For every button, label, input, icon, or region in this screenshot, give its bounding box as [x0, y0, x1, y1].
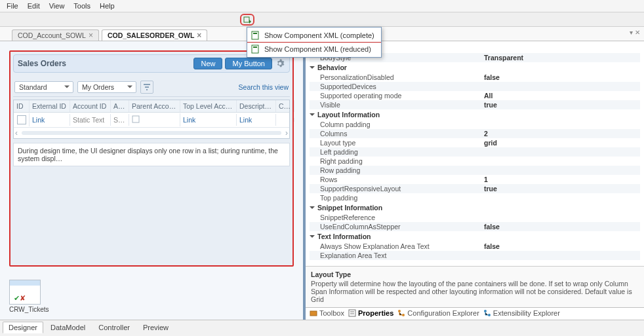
tab-designer[interactable]: Designer	[3, 322, 43, 333]
toolbar-dropdown-menu: Show Component XML (complete) Show Compo…	[247, 27, 382, 58]
help-title: Layout Type	[311, 271, 639, 278]
prop-row[interactable]: Supported operating modeAll	[310, 91, 640, 100]
filter-row: Standard My Orders Search this view	[13, 78, 290, 97]
xml-file-icon	[251, 31, 260, 40]
doc-tab-account-sowl[interactable]: COD_Account_SOWL ×	[12, 29, 99, 41]
toolbar-xml-dropdown-button[interactable]	[240, 14, 254, 26]
svg-point-11	[488, 314, 491, 316]
menu-file[interactable]: File	[7, 2, 18, 10]
tab-toolbox[interactable]: Toolbox	[310, 309, 344, 317]
prop-group-behavior[interactable]: Behavior	[310, 62, 640, 73]
prop-group-snippet[interactable]: Snippet Information	[310, 202, 640, 213]
col-can[interactable]: Can…	[276, 100, 294, 112]
tab-extensibility-explorer[interactable]: Extensibility Explorer	[483, 309, 560, 317]
tree-icon	[483, 309, 491, 317]
cell-externalid[interactable]: Link	[30, 114, 70, 126]
search-this-view-link[interactable]: Search this view	[239, 83, 289, 91]
col-accountid[interactable]: Account ID	[70, 100, 111, 112]
col-externalid[interactable]: External ID	[30, 100, 70, 112]
xml-file-icon	[251, 45, 260, 54]
menu-item-label: Show Component XML (complete)	[264, 31, 374, 39]
svg-rect-0	[244, 17, 249, 22]
properties-icon	[348, 309, 356, 317]
svg-rect-4	[253, 47, 257, 48]
menu-item-show-xml-reduced[interactable]: Show Component XML (reduced)	[247, 43, 381, 56]
right-bottom-tab-bar: Toolbox Properties Configuration Explore…	[306, 307, 644, 320]
menu-item-show-xml-complete[interactable]: Show Component XML (complete)	[247, 29, 381, 43]
menu-item-label: Show Component XML (reduced)	[264, 45, 371, 53]
col-toplevelaccount[interactable]: Top Level Account	[180, 100, 237, 112]
cell-can	[276, 118, 294, 122]
menu-view[interactable]: View	[49, 2, 65, 10]
grid-data-row[interactable]: Link Static Text Static Text Link Link	[14, 113, 289, 127]
doc-tab-label: COD_SALESORDER_OWL	[108, 31, 194, 39]
prop-row[interactable]: Top padding	[310, 193, 640, 202]
svg-rect-3	[252, 45, 258, 53]
col-description[interactable]: Description	[237, 100, 276, 112]
prop-row[interactable]: Visibletrue	[310, 100, 640, 109]
toolbox-icon	[310, 309, 317, 317]
grid-header-row: ID External ID Account ID Account Parent…	[14, 100, 289, 113]
prop-row[interactable]: Row padding	[310, 166, 640, 175]
svg-rect-6	[310, 311, 317, 316]
new-button[interactable]: New	[193, 58, 222, 69]
row-checkbox[interactable]	[17, 115, 26, 124]
gear-icon[interactable]	[275, 58, 285, 69]
prop-row[interactable]: SnippetReference	[310, 213, 640, 222]
scroll-right-icon[interactable]: ›	[285, 128, 288, 138]
panel-title: Sales Orders	[18, 59, 66, 68]
prop-row[interactable]: Column padding	[310, 120, 640, 129]
my-button[interactable]: My Button	[225, 58, 272, 69]
svg-point-10	[484, 310, 487, 312]
advanced-filter-icon[interactable]	[140, 81, 153, 94]
prop-row[interactable]: Explanation Area Text	[310, 251, 640, 260]
tab-preview[interactable]: Preview	[137, 322, 174, 333]
menu-help[interactable]: Help	[100, 2, 115, 10]
prop-row[interactable]: SupportedDevices	[310, 82, 640, 91]
prop-row[interactable]: PersonalizationDisabledfalse	[310, 73, 640, 82]
prop-row[interactable]: Rows1	[310, 175, 640, 184]
toolbar: Show Component XML (complete) Show Compo…	[0, 12, 644, 27]
cell-parentaccount[interactable]: Link	[180, 114, 237, 126]
prop-row[interactable]: Layout typegrid	[310, 138, 640, 147]
tab-datamodel[interactable]: DataModel	[45, 322, 91, 333]
prop-group-text[interactable]: Text Information	[310, 231, 640, 242]
menubar: File Edit View Tools Help	[0, 0, 644, 12]
tab-properties[interactable]: Properties	[348, 309, 393, 317]
prop-row[interactable]: Columns2	[310, 129, 640, 138]
grid-hscroll[interactable]: ‹ ›	[14, 127, 289, 138]
thumbnail-crw-tickets[interactable]: ✔✘	[9, 280, 41, 305]
property-help-panel: Layout Type Property will determine how …	[306, 266, 644, 307]
scroll-left-icon[interactable]: ‹	[15, 128, 18, 138]
prop-row[interactable]: UseEndColumnAsStepperfalse	[310, 222, 640, 231]
prop-row[interactable]: Always Show Explanation Area Textfalse	[310, 242, 640, 251]
svg-rect-1	[252, 31, 258, 39]
filter-standard-combo[interactable]: Standard	[14, 81, 73, 93]
filter-myorders-combo[interactable]: My Orders	[77, 81, 136, 93]
tab-configuration-explorer[interactable]: Configuration Explorer	[397, 309, 479, 317]
doc-tab-salesorder-owl[interactable]: COD_SALESORDER_OWL ×	[102, 29, 207, 41]
menu-tools[interactable]: Tools	[73, 2, 91, 10]
prop-row[interactable]: Left padding	[310, 147, 640, 157]
thumbnail-label: CRW_Tickets	[9, 306, 49, 313]
svg-point-9	[402, 314, 405, 316]
cell-toplevel[interactable]: Link	[237, 114, 276, 126]
prop-group-layout[interactable]: Layout Information	[310, 109, 640, 120]
sales-orders-grid: ID External ID Account ID Account Parent…	[13, 100, 290, 139]
prop-row[interactable]: Right padding	[310, 157, 640, 166]
col-parentaccount[interactable]: Parent Account	[129, 100, 180, 112]
properties-pane: Appearance BodyStyleTransparent Behavior…	[306, 41, 644, 320]
tab-tools[interactable]: ▾ ✕	[630, 29, 640, 36]
svg-rect-2	[253, 33, 257, 34]
prop-row[interactable]: SupportResponsiveLayouttrue	[310, 184, 640, 193]
cell-icon	[129, 113, 180, 126]
menu-edit[interactable]: Edit	[28, 2, 40, 10]
cell-account: Static Text	[111, 114, 129, 126]
col-account[interactable]: Account	[111, 100, 129, 112]
tab-controller[interactable]: Controller	[92, 322, 136, 333]
col-id[interactable]: ID	[14, 100, 30, 112]
close-icon[interactable]: ×	[197, 31, 201, 39]
close-icon[interactable]: ×	[89, 31, 93, 39]
selected-pane-frame[interactable]: Sales Orders New My Button Standard My O…	[9, 50, 294, 267]
doc-tab-label: COD_Account_SOWL	[18, 31, 86, 39]
